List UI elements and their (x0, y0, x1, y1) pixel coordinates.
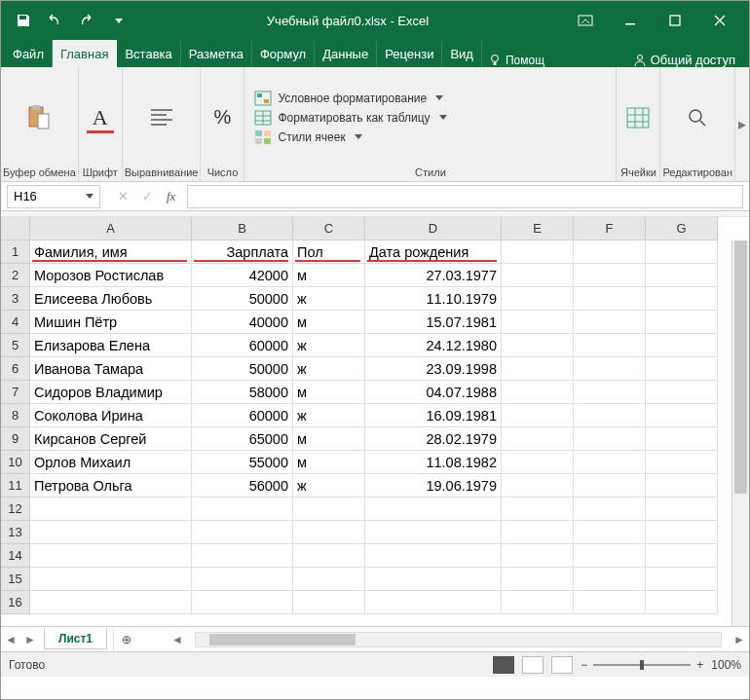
close-button[interactable] (698, 7, 741, 34)
cell-E4[interactable] (502, 311, 574, 334)
zoom-out-button[interactable]: − (581, 658, 587, 672)
conditional-formatting-button[interactable]: Условное форматирование (254, 91, 446, 106)
cell-A7[interactable]: Сидоров Владимир (30, 381, 192, 404)
slider-thumb[interactable] (640, 660, 644, 670)
sheet-tab[interactable]: Лист1 (44, 629, 107, 649)
row-header-2[interactable]: 2 (1, 264, 30, 287)
zoom-level[interactable]: 100% (711, 658, 741, 672)
cell-D1[interactable]: Дата рождения (365, 240, 502, 264)
tab-view[interactable]: Вид (442, 40, 482, 67)
cell-B15[interactable] (192, 568, 293, 591)
cell-A13[interactable] (30, 521, 192, 544)
cells-button[interactable] (619, 100, 657, 135)
cell-F6[interactable] (574, 357, 646, 381)
cell-D2[interactable]: 27.03.1977 (365, 264, 502, 287)
cell-F3[interactable] (574, 287, 646, 311)
cell-C4[interactable]: м (293, 311, 365, 334)
cell-E8[interactable] (502, 404, 574, 427)
editing-button[interactable] (678, 100, 717, 135)
cell-E15[interactable] (502, 568, 574, 591)
cell-A12[interactable] (30, 497, 192, 521)
cell-F12[interactable] (574, 497, 646, 521)
cell-G8[interactable] (646, 404, 718, 427)
col-header-E[interactable]: E (502, 217, 574, 240)
cell-F1[interactable] (574, 240, 646, 264)
tab-review[interactable]: Рецензи (377, 40, 442, 67)
row-header-1[interactable]: 1 (1, 240, 30, 264)
cell-G11[interactable] (646, 474, 718, 497)
col-header-G[interactable]: G (646, 217, 718, 240)
cell-G1[interactable] (646, 240, 718, 264)
tab-data[interactable]: Данные (315, 40, 377, 67)
cell-C11[interactable]: ж (293, 474, 365, 497)
row-header-4[interactable]: 4 (1, 311, 30, 334)
sheet-nav-prev[interactable]: ◄ (1, 633, 20, 646)
accept-formula-icon[interactable]: ✓ (142, 189, 153, 203)
cell-E3[interactable] (502, 287, 574, 311)
cell-F10[interactable] (574, 451, 646, 474)
cell-F13[interactable] (574, 521, 646, 544)
row-header-14[interactable]: 14 (1, 544, 30, 568)
cell-C10[interactable]: м (293, 451, 365, 474)
cell-G12[interactable] (646, 497, 718, 521)
cell-B7[interactable]: 58000 (192, 381, 293, 404)
cell-E11[interactable] (502, 474, 574, 497)
cell-C5[interactable]: ж (293, 334, 365, 357)
row-header-7[interactable]: 7 (1, 381, 30, 404)
cell-E2[interactable] (502, 264, 574, 287)
row-header-9[interactable]: 9 (1, 427, 30, 451)
cell-A15[interactable] (30, 568, 192, 591)
cell-F11[interactable] (574, 474, 646, 497)
cell-B4[interactable]: 40000 (192, 311, 293, 334)
cell-C1[interactable]: Пол (293, 240, 365, 264)
view-normal-button[interactable] (493, 656, 514, 674)
cell-F4[interactable] (574, 311, 646, 334)
cell-G15[interactable] (646, 568, 718, 591)
cell-G10[interactable] (646, 451, 718, 474)
row-header-8[interactable]: 8 (1, 404, 30, 427)
cell-B9[interactable]: 65000 (192, 427, 293, 451)
name-box[interactable]: H16 (7, 185, 100, 208)
cell-E6[interactable] (502, 357, 574, 381)
cell-D16[interactable] (365, 591, 502, 614)
row-header-12[interactable]: 12 (1, 497, 30, 521)
font-button[interactable]: A (81, 100, 120, 135)
cell-E1[interactable] (502, 240, 574, 264)
cell-G16[interactable] (646, 591, 718, 614)
cell-G4[interactable] (646, 311, 718, 334)
cell-G5[interactable] (646, 334, 718, 357)
cell-A4[interactable]: Мишин Пётр (30, 311, 192, 334)
cell-C7[interactable]: м (293, 381, 365, 404)
cell-A14[interactable] (30, 544, 192, 568)
col-header-C[interactable]: C (293, 217, 365, 240)
tab-home[interactable]: Главная (53, 40, 117, 67)
cell-C9[interactable]: м (293, 427, 365, 451)
tell-me[interactable]: Помощ (482, 54, 550, 67)
cell-B2[interactable]: 42000 (192, 264, 293, 287)
row-header-13[interactable]: 13 (1, 521, 30, 544)
cell-B13[interactable] (192, 521, 293, 544)
cell-D13[interactable] (365, 521, 502, 544)
tab-file[interactable]: Файл (5, 40, 53, 67)
cell-E14[interactable] (502, 544, 574, 568)
cell-F7[interactable] (574, 381, 646, 404)
cell-B5[interactable]: 60000 (192, 334, 293, 357)
cell-D4[interactable]: 15.07.1981 (365, 311, 502, 334)
cell-D8[interactable]: 16.09.1981 (365, 404, 502, 427)
scroll-thumb[interactable] (734, 240, 747, 494)
cell-B16[interactable] (192, 591, 293, 614)
tab-insert[interactable]: Вставка (117, 40, 180, 67)
hscroll-left[interactable]: ◄ (168, 633, 187, 646)
tab-layout[interactable]: Разметка (181, 40, 252, 67)
cell-D6[interactable]: 23.09.1998 (365, 357, 502, 381)
paste-button[interactable] (19, 100, 58, 135)
cell-C2[interactable]: м (293, 264, 365, 287)
cell-B12[interactable] (192, 497, 293, 521)
fx-icon[interactable]: fx (167, 189, 175, 204)
col-header-B[interactable]: B (192, 217, 293, 240)
cell-styles-button[interactable]: Стили ячеек (254, 129, 446, 145)
cell-A11[interactable]: Петрова Ольга (30, 474, 192, 497)
cell-D12[interactable] (365, 497, 502, 521)
cell-B8[interactable]: 60000 (192, 404, 293, 427)
scroll-thumb[interactable] (209, 634, 356, 645)
